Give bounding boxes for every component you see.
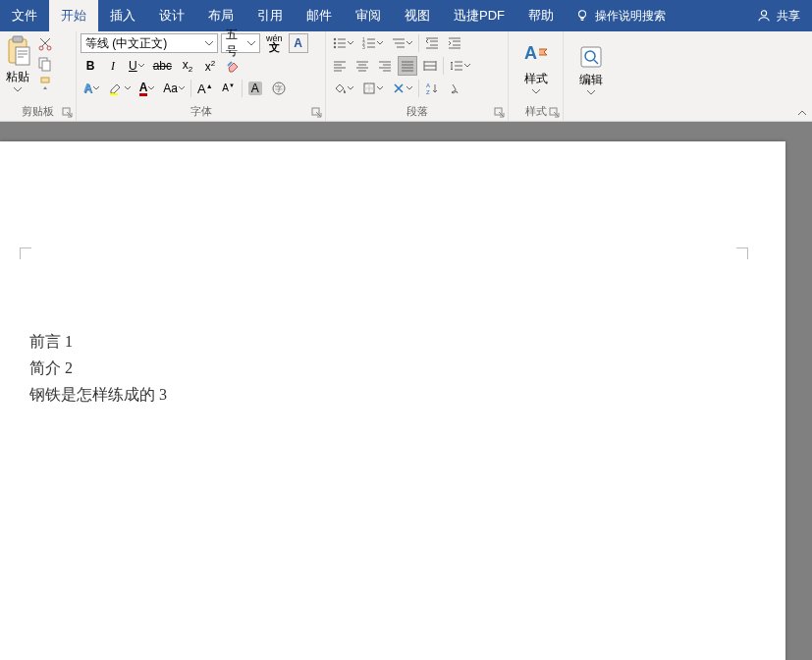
page[interactable]: 前言 1 简介 2 钢铁是怎样练成的 3 (0, 141, 785, 660)
text-line[interactable]: 简介 2 (29, 355, 785, 381)
tab-review[interactable]: 审阅 (344, 0, 393, 31)
bullets-button[interactable] (330, 33, 356, 53)
tab-pdf[interactable]: 迅捷PDF (442, 0, 516, 31)
chevron-down-icon (179, 86, 185, 90)
shrink-font-button[interactable]: A▼ (219, 79, 239, 98)
tab-view[interactable]: 视图 (393, 0, 442, 31)
text-effects-icon: A (83, 82, 92, 95)
svg-text:Z: Z (426, 89, 430, 95)
margin-corner-tl (20, 248, 31, 259)
borders-button[interactable] (359, 79, 386, 98)
distributed-button[interactable] (420, 56, 440, 76)
subscript-button[interactable]: x2 (178, 56, 197, 76)
align-center-button[interactable] (352, 56, 372, 76)
highlight-button[interactable] (105, 79, 134, 98)
sort-icon: AZ (425, 82, 439, 95)
svg-point-6 (47, 46, 51, 50)
tab-help[interactable]: 帮助 (516, 0, 566, 31)
svg-text:A: A (524, 43, 537, 63)
format-painter-button[interactable] (35, 75, 55, 92)
styles-icon: A (521, 41, 551, 69)
sort-button[interactable]: AZ (422, 79, 442, 98)
tab-home[interactable]: 开始 (49, 0, 98, 31)
increase-indent-button[interactable] (445, 33, 464, 53)
document-area[interactable]: 前言 1 简介 2 钢铁是怎样练成的 3 (0, 122, 812, 660)
tell-me-search[interactable]: 操作说明搜索 (566, 0, 676, 31)
clipboard-launcher[interactable] (62, 107, 74, 119)
chevron-down-icon (377, 41, 383, 45)
text-line[interactable]: 前言 1 (29, 328, 785, 355)
numbering-icon: 123 (362, 36, 376, 50)
tab-references[interactable]: 引用 (245, 0, 295, 31)
asian-layout-icon (392, 82, 406, 95)
asian-layout-button[interactable] (389, 79, 415, 98)
align-left-button[interactable] (330, 56, 350, 76)
text-effects-button[interactable]: A (81, 79, 102, 98)
char-border-icon: A (294, 36, 302, 50)
paragraph-launcher[interactable] (494, 107, 506, 119)
font-color-button[interactable]: A (136, 79, 158, 98)
character-shading-button[interactable]: 字 (268, 79, 290, 98)
multilevel-list-button[interactable] (389, 33, 415, 53)
show-hide-button[interactable] (445, 79, 464, 98)
svg-rect-9 (41, 78, 49, 82)
clear-formatting-button[interactable] (223, 56, 244, 76)
font-launcher[interactable] (311, 107, 323, 119)
bold-button[interactable]: B (81, 56, 100, 76)
tab-mailings[interactable]: 邮件 (295, 0, 344, 31)
decrease-indent-button[interactable] (422, 33, 442, 53)
numbering-button[interactable]: 123 (359, 33, 386, 53)
chevron-down-icon (125, 86, 131, 90)
phonetic-guide-button[interactable]: wén文 (263, 33, 286, 53)
pilcrow-icon (448, 82, 461, 95)
enclose-characters-button[interactable]: A (245, 79, 265, 98)
line-spacing-icon (450, 59, 463, 73)
text-line[interactable]: 钢铁是怎样练成的 3 (29, 381, 785, 408)
paste-label: 粘贴 (6, 69, 29, 85)
svg-point-15 (334, 38, 336, 40)
editing-button[interactable]: 编辑 (578, 44, 604, 95)
character-border-button[interactable]: A (289, 33, 308, 53)
svg-rect-8 (42, 61, 50, 71)
chevron-down-icon (93, 86, 99, 90)
grow-font-button[interactable]: A▲ (194, 79, 216, 98)
justify-button[interactable] (398, 56, 417, 76)
svg-point-0 (579, 11, 586, 18)
find-icon (578, 44, 604, 70)
group-font: 等线 (中文正文) 五号 wén文 A B I U abc x (77, 31, 326, 121)
font-size-combo[interactable]: 五号 (221, 33, 260, 53)
share-button[interactable]: 共享 (745, 0, 812, 31)
strikethrough-button[interactable]: abc (150, 56, 175, 76)
enclose-icon: 字 (271, 81, 287, 96)
tab-file[interactable]: 文件 (0, 0, 49, 31)
tab-bar: 文件 开始 插入 设计 布局 引用 邮件 审阅 视图 迅捷PDF 帮助 操作说明… (0, 0, 812, 31)
change-case-button[interactable]: Aa (160, 79, 188, 98)
styles-button[interactable]: A 样式 (521, 41, 551, 94)
font-color-icon: A (139, 81, 148, 96)
shading-button[interactable] (330, 79, 356, 98)
collapse-ribbon-button[interactable] (796, 107, 808, 119)
chevron-down-icon (348, 86, 353, 90)
svg-rect-4 (16, 47, 29, 65)
italic-button[interactable]: I (103, 56, 123, 76)
ribbon: 粘贴 剪贴板 等线 (中文正文) (0, 31, 812, 122)
copy-button[interactable] (35, 55, 55, 73)
superscript-button[interactable]: x2 (200, 56, 220, 76)
cut-button[interactable] (35, 35, 55, 53)
line-spacing-button[interactable] (447, 56, 473, 76)
paste-button[interactable]: 粘贴 (4, 35, 31, 92)
editing-label: 编辑 (579, 72, 603, 88)
tab-insert[interactable]: 插入 (98, 0, 147, 31)
bullets-icon (333, 36, 347, 50)
tab-design[interactable]: 设计 (147, 0, 196, 31)
chevron-down-icon (148, 86, 154, 90)
styles-launcher[interactable] (549, 107, 561, 119)
font-name-combo[interactable]: 等线 (中文正文) (81, 33, 218, 53)
underline-button[interactable]: U (126, 56, 147, 76)
paintbrush-icon (37, 76, 53, 91)
align-left-icon (333, 59, 347, 73)
eraser-icon (226, 58, 242, 74)
align-right-button[interactable] (375, 56, 395, 76)
phonetic-icon: wén文 (266, 34, 283, 53)
document-content[interactable]: 前言 1 简介 2 钢铁是怎样练成的 3 (0, 141, 785, 409)
